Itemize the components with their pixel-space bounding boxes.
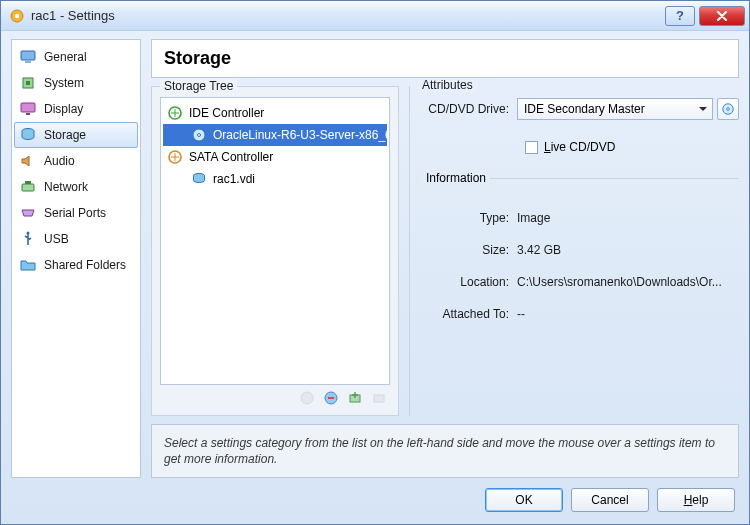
client-area: General System Display Storage Audio Net… (1, 31, 749, 478)
dialog-footer: OK Cancel Help (1, 478, 749, 524)
sidebar-item-label: Audio (44, 154, 75, 168)
info-value: 3.42 GB (517, 243, 739, 257)
help-label: Help (684, 493, 709, 507)
attributes-legend: Attributes (418, 78, 477, 92)
tree-node-label: rac1.vdi (213, 172, 255, 186)
drive-label: CD/DVD Drive: (422, 102, 517, 116)
ok-label: OK (515, 493, 532, 507)
sidebar-item-shared-folders[interactable]: Shared Folders (14, 252, 138, 278)
info-row-type: Type: Image (422, 211, 739, 225)
drive-row: CD/DVD Drive: IDE Secondary Master (422, 98, 739, 120)
info-label: Attached To: (422, 307, 517, 321)
live-cd-label: Live CD/DVD (544, 140, 615, 154)
tree-node-label: OracleLinux-R6-U3-Server-x86_64-d... (213, 128, 387, 142)
svg-rect-5 (26, 81, 30, 85)
close-button[interactable] (699, 6, 745, 26)
info-value: C:\Users\sromanenko\Downloads\Or... (517, 275, 739, 289)
drive-select[interactable]: IDE Secondary Master (517, 98, 713, 120)
ok-button[interactable]: OK (485, 488, 563, 512)
svg-rect-2 (21, 51, 35, 60)
sidebar-item-label: System (44, 76, 84, 90)
svg-point-15 (301, 392, 313, 404)
hdd-icon (191, 171, 207, 187)
svg-rect-9 (22, 184, 34, 191)
info-row-size: Size: 3.42 GB (422, 243, 739, 257)
add-attachment-button[interactable] (346, 389, 364, 407)
svg-rect-7 (26, 113, 30, 115)
live-cd-row: Live CD/DVD (422, 140, 739, 154)
controller-icon (167, 105, 183, 121)
remove-controller-button[interactable] (322, 389, 340, 407)
display-icon (20, 101, 36, 117)
tree-node-label: IDE Controller (189, 106, 264, 120)
info-row-location: Location: C:\Users\sromanenko\Downloads\… (422, 275, 739, 289)
info-label: Location: (422, 275, 517, 289)
sidebar-item-network[interactable]: Network (14, 174, 138, 200)
tree-node-sata-controller[interactable]: SATA Controller (163, 146, 387, 168)
settings-window: rac1 - Settings ? General System Display… (0, 0, 750, 525)
monitor-icon (20, 49, 36, 65)
info-value: Image (517, 211, 739, 225)
sidebar-item-label: Serial Ports (44, 206, 106, 220)
tree-toolbar (160, 385, 390, 407)
usb-icon (20, 231, 36, 247)
information-legend: Information (422, 178, 739, 193)
sidebar-item-label: USB (44, 232, 69, 246)
svg-rect-10 (25, 181, 31, 184)
help-button-footer[interactable]: Help (657, 488, 735, 512)
svg-rect-6 (21, 103, 35, 112)
titlebar: rac1 - Settings ? (1, 1, 749, 31)
live-cd-checkbox[interactable] (525, 141, 538, 154)
storage-tree-group: Storage Tree IDE Controller OracleLinux-… (151, 86, 399, 416)
sidebar-item-label: General (44, 50, 87, 64)
svg-point-11 (27, 232, 30, 235)
sidebar-item-serial-ports[interactable]: Serial Ports (14, 200, 138, 226)
svg-point-20 (727, 108, 730, 111)
sidebar-item-label: Shared Folders (44, 258, 126, 272)
hint-box: Select a settings category from the list… (151, 424, 739, 478)
drive-value: IDE Secondary Master (524, 102, 645, 116)
tree-node-ide-controller[interactable]: IDE Controller (163, 102, 387, 124)
attributes-group: Attributes CD/DVD Drive: IDE Secondary M… (409, 86, 739, 416)
main-panel: Storage Storage Tree IDE Controller Orac… (151, 39, 739, 478)
serial-icon (20, 205, 36, 221)
tree-node-cd-image[interactable]: OracleLinux-R6-U3-Server-x86_64-d... (163, 124, 387, 146)
window-title: rac1 - Settings (31, 8, 661, 23)
add-controller-button[interactable] (298, 389, 316, 407)
sidebar-item-storage[interactable]: Storage (14, 122, 138, 148)
sidebar-item-general[interactable]: General (14, 44, 138, 70)
info-value: -- (517, 307, 739, 321)
folder-icon (20, 257, 36, 273)
cancel-button[interactable]: Cancel (571, 488, 649, 512)
controller-icon (167, 149, 183, 165)
sidebar-item-label: Storage (44, 128, 86, 142)
sidebar-item-audio[interactable]: Audio (14, 148, 138, 174)
remove-attachment-button[interactable] (370, 389, 388, 407)
storage-tree-legend: Storage Tree (160, 79, 237, 93)
sidebar-item-label: Network (44, 180, 88, 194)
help-button[interactable]: ? (665, 6, 695, 26)
svg-point-1 (15, 13, 19, 17)
sidebar-item-label: Display (44, 102, 83, 116)
info-label: Size: (422, 243, 517, 257)
svg-rect-3 (25, 61, 31, 63)
storage-tree[interactable]: IDE Controller OracleLinux-R6-U3-Server-… (160, 97, 390, 385)
svg-point-13 (198, 134, 201, 137)
info-label: Type: (422, 211, 517, 225)
info-row-attached: Attached To: -- (422, 307, 739, 321)
chip-icon (20, 75, 36, 91)
speaker-icon (20, 153, 36, 169)
sidebar-item-usb[interactable]: USB (14, 226, 138, 252)
sidebar: General System Display Storage Audio Net… (11, 39, 141, 478)
network-icon (20, 179, 36, 195)
sidebar-item-system[interactable]: System (14, 70, 138, 96)
tree-node-vdi[interactable]: rac1.vdi (163, 168, 387, 190)
cancel-label: Cancel (591, 493, 628, 507)
cd-icon (191, 127, 207, 143)
sidebar-item-display[interactable]: Display (14, 96, 138, 122)
disk-icon (20, 127, 36, 143)
choose-disk-button[interactable] (717, 98, 739, 120)
page-title: Storage (151, 39, 739, 78)
svg-rect-18 (374, 395, 384, 402)
gear-icon (9, 8, 25, 24)
